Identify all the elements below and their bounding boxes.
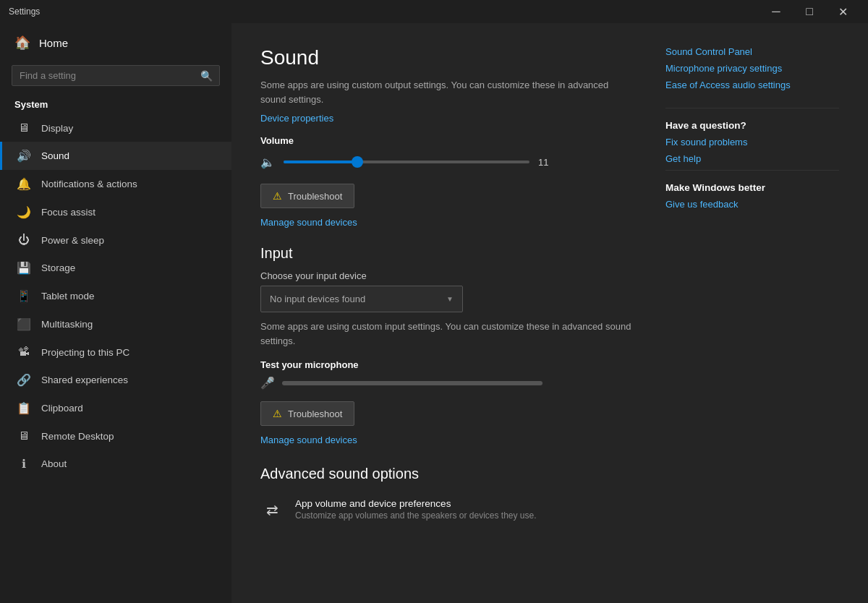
sidebar-item-label: Projecting to this PC bbox=[41, 347, 129, 358]
sidebar: 🏠 Home 🔍 System 🖥 Display 🔊 Sound 🔔 Noti… bbox=[0, 23, 231, 603]
page-title: Sound bbox=[260, 46, 637, 69]
warning-icon: ⚠ bbox=[273, 190, 282, 202]
manage-sound-devices-link[interactable]: Manage sound devices bbox=[260, 217, 637, 228]
ease-of-access-link[interactable]: Ease of Access audio settings bbox=[665, 80, 839, 90]
sidebar-item-storage[interactable]: 💾 Storage bbox=[0, 254, 231, 282]
have-question-header: Have a question? bbox=[665, 120, 839, 131]
sidebar-home-label: Home bbox=[39, 37, 68, 49]
volume-value: 11 bbox=[538, 157, 556, 168]
search-input[interactable] bbox=[12, 65, 220, 86]
chevron-down-icon: ▼ bbox=[446, 295, 454, 303]
close-button[interactable]: ✕ bbox=[826, 0, 859, 23]
tablet-icon: 📱 bbox=[17, 289, 31, 303]
sidebar-item-label: Multitasking bbox=[41, 319, 93, 330]
sidebar-item-notifications[interactable]: 🔔 Notifications & actions bbox=[0, 170, 231, 198]
volume-label: Volume bbox=[260, 135, 637, 146]
microphone-privacy-link[interactable]: Microphone privacy settings bbox=[665, 63, 839, 74]
sidebar-item-label: Sound bbox=[41, 150, 69, 161]
divider-1 bbox=[665, 108, 839, 108]
sound-icon: 🔊 bbox=[17, 149, 31, 163]
output-desc: Some apps are using custom output settin… bbox=[260, 78, 637, 106]
sidebar-item-remote[interactable]: 🖥 Remote Desktop bbox=[0, 422, 231, 450]
about-icon: ℹ bbox=[17, 457, 31, 471]
volume-fill bbox=[284, 161, 357, 163]
device-properties-link[interactable]: Device properties bbox=[260, 113, 333, 124]
search-box: 🔍 bbox=[12, 65, 220, 86]
volume-row: 🔈 11 bbox=[260, 155, 637, 169]
sidebar-item-sound[interactable]: 🔊 Sound bbox=[0, 142, 231, 170]
sidebar-item-shared[interactable]: 🔗 Shared experiences bbox=[0, 366, 231, 394]
make-better-header: Make Windows better bbox=[665, 182, 839, 193]
manage-sound-devices-link-2[interactable]: Manage sound devices bbox=[260, 435, 637, 445]
choose-input-label: Choose your input device bbox=[260, 270, 637, 281]
sidebar-item-label: Notifications & actions bbox=[41, 179, 137, 189]
home-icon: 🏠 bbox=[14, 35, 30, 51]
remote-icon: 🖥 bbox=[17, 429, 31, 442]
shared-icon: 🔗 bbox=[17, 373, 31, 387]
right-sidebar: Sound Control Panel Microphone privacy s… bbox=[665, 46, 839, 580]
divider-2 bbox=[665, 170, 839, 171]
clipboard-icon: 📋 bbox=[17, 401, 31, 415]
microphone-icon: 🎤 bbox=[260, 376, 275, 390]
content-area: Sound Some apps are using custom output … bbox=[231, 23, 868, 603]
titlebar: Settings ─ □ ✕ bbox=[0, 0, 868, 23]
multitasking-icon: ⬛ bbox=[17, 317, 31, 331]
minimize-button[interactable]: ─ bbox=[760, 0, 793, 23]
feedback-link[interactable]: Give us feedback bbox=[665, 199, 839, 210]
app-volume-item[interactable]: ⇄ App volume and device preferences Cust… bbox=[260, 491, 637, 528]
warning-icon-2: ⚠ bbox=[273, 408, 282, 419]
projecting-icon: 📽 bbox=[17, 346, 31, 359]
sidebar-item-label: Shared experiences bbox=[41, 375, 128, 385]
mic-row: 🎤 bbox=[260, 376, 637, 390]
window-controls: ─ □ ✕ bbox=[760, 0, 859, 23]
notifications-icon: 🔔 bbox=[17, 177, 31, 191]
app-volume-desc: Customize app volumes and the speakers o… bbox=[295, 510, 537, 521]
volume-slider[interactable] bbox=[284, 155, 529, 169]
advanced-section-title: Advanced sound options bbox=[260, 466, 637, 482]
sidebar-item-clipboard[interactable]: 📋 Clipboard bbox=[0, 394, 231, 422]
mic-level-bar bbox=[282, 381, 542, 385]
sidebar-section-system: System bbox=[0, 92, 231, 114]
sidebar-item-label: Focus assist bbox=[41, 207, 95, 218]
volume-track bbox=[284, 161, 529, 163]
sound-control-panel-link[interactable]: Sound Control Panel bbox=[665, 46, 839, 57]
troubleshoot-output-button[interactable]: ⚠ Troubleshoot bbox=[260, 184, 354, 208]
focus-icon: 🌙 bbox=[17, 205, 31, 219]
sidebar-item-about[interactable]: ℹ About bbox=[0, 450, 231, 478]
app-title: Settings bbox=[9, 7, 40, 17]
sidebar-item-focus[interactable]: 🌙 Focus assist bbox=[0, 198, 231, 226]
input-section-title: Input bbox=[260, 245, 637, 262]
troubleshoot-input-label: Troubleshoot bbox=[288, 409, 342, 419]
sidebar-item-label: Remote Desktop bbox=[41, 431, 114, 442]
troubleshoot-input-button[interactable]: ⚠ Troubleshoot bbox=[260, 401, 354, 426]
power-icon: ⏻ bbox=[17, 234, 31, 247]
sidebar-item-label: Power & sleep bbox=[41, 235, 104, 246]
sidebar-item-label: Display bbox=[41, 123, 73, 134]
troubleshoot-output-label: Troubleshoot bbox=[288, 191, 342, 202]
sidebar-item-power[interactable]: ⏻ Power & sleep bbox=[0, 226, 231, 254]
no-input-text: No input devices found bbox=[270, 294, 365, 304]
volume-thumb[interactable] bbox=[352, 156, 363, 168]
sidebar-item-projecting[interactable]: 📽 Projecting to this PC bbox=[0, 338, 231, 366]
search-icon: 🔍 bbox=[200, 70, 213, 82]
speaker-icon: 🔈 bbox=[260, 155, 275, 169]
input-device-dropdown[interactable]: No input devices found ▼ bbox=[260, 286, 463, 312]
fix-sound-link[interactable]: Fix sound problems bbox=[665, 137, 839, 147]
sidebar-item-label: Clipboard bbox=[41, 403, 83, 414]
sidebar-item-home[interactable]: 🏠 Home bbox=[0, 23, 231, 62]
app-body: 🏠 Home 🔍 System 🖥 Display 🔊 Sound 🔔 Noti… bbox=[0, 23, 868, 603]
app-volume-title: App volume and device preferences bbox=[295, 498, 537, 509]
get-help-link[interactable]: Get help bbox=[665, 153, 839, 164]
sidebar-item-tablet[interactable]: 📱 Tablet mode bbox=[0, 282, 231, 310]
display-icon: 🖥 bbox=[17, 121, 31, 134]
maximize-button[interactable]: □ bbox=[793, 0, 826, 23]
related-settings: Sound Control Panel Microphone privacy s… bbox=[665, 46, 839, 90]
test-mic-label: Test your microphone bbox=[260, 359, 637, 370]
sidebar-item-label: Storage bbox=[41, 262, 75, 273]
app-volume-icon: ⇄ bbox=[260, 501, 284, 518]
sidebar-item-display[interactable]: 🖥 Display bbox=[0, 114, 231, 142]
sidebar-item-multitasking[interactable]: ⬛ Multitasking bbox=[0, 310, 231, 338]
app-volume-details: App volume and device preferences Custom… bbox=[295, 498, 537, 521]
sidebar-item-label: Tablet mode bbox=[41, 291, 95, 302]
content-main: Sound Some apps are using custom output … bbox=[260, 46, 637, 580]
